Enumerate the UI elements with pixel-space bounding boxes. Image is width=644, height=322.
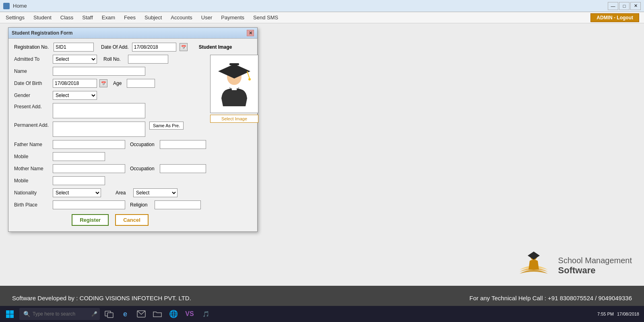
birth-place-label: Birth Place [14, 202, 50, 208]
svg-rect-2 [229, 63, 239, 65]
menu-item-class[interactable]: Class [56, 13, 78, 22]
svg-point-4 [248, 78, 251, 80]
registration-no-label: Registration No. [14, 44, 50, 50]
taskbar-app-mail[interactable] [134, 307, 149, 321]
menu-item-subject[interactable]: Subject [140, 13, 166, 22]
name-label: Name [14, 68, 50, 74]
taskbar-app-extra[interactable]: 🎵 [198, 307, 213, 321]
roll-no-input[interactable] [128, 55, 168, 64]
age-input[interactable] [127, 79, 155, 88]
registration-no-input[interactable] [54, 43, 94, 52]
mother-mobile-label: Mobile [14, 178, 50, 184]
father-name-label: Father Name [14, 142, 50, 147]
dialog-title-bar: Student Registration Form ✕ [8, 28, 257, 39]
same-as-pre-button[interactable]: Same As Pre. [149, 122, 184, 130]
taskbar-app-folder[interactable] [150, 307, 165, 321]
religion-label: Religion [130, 202, 152, 208]
date-of-add-label: Date Of Add. [101, 44, 129, 50]
taskbar-date: 17/08/2018 [617, 312, 639, 316]
menu-item-exam[interactable]: Exam [98, 13, 119, 22]
date-of-add-input[interactable] [132, 43, 176, 52]
taskbar-app-vs[interactable]: VS [182, 307, 197, 321]
title-bar: Home — □ ✕ [0, 0, 644, 12]
footer-left-text: Software Developed by : CODING VISIONS I… [12, 295, 191, 301]
student-image-label: Student Image [199, 44, 232, 50]
menu-item-student[interactable]: Student [29, 13, 56, 22]
occupation-label: Occupation [130, 142, 157, 147]
menu-bar: SettingsStudentClassStaffExamFeesSubject… [0, 12, 644, 23]
area-select[interactable]: Select [133, 188, 178, 197]
taskbar-app-chrome[interactable]: 🌐 [166, 307, 181, 321]
search-input[interactable] [33, 311, 89, 317]
dialog-title: Student Registration Form [12, 30, 72, 36]
register-button[interactable]: Register [72, 214, 109, 226]
name-input[interactable] [53, 67, 145, 76]
religion-input[interactable] [155, 200, 201, 209]
app-title: Home [13, 3, 27, 9]
menu-item-send-sms[interactable]: Send SMS [249, 13, 282, 22]
gender-select[interactable]: Select [53, 91, 97, 100]
admin-logout-button[interactable]: ADMIN - Logout [590, 13, 639, 22]
menu-item-fees[interactable]: Fees [120, 13, 140, 22]
branding-area: School Management Software [516, 250, 632, 282]
present-add-input[interactable] [53, 103, 145, 118]
main-area: Student Registration Form ✕ Registration… [0, 23, 644, 286]
mother-occupation-label: Occupation [130, 166, 157, 171]
dialog-close-button[interactable]: ✕ [247, 30, 254, 36]
search-box[interactable]: 🔍 🎤 [19, 308, 100, 320]
mother-name-input[interactable] [53, 164, 125, 173]
nationality-select[interactable]: Select [53, 188, 101, 197]
menu-item-payments[interactable]: Payments [217, 13, 248, 22]
search-icon: 🔍 [23, 311, 30, 317]
svg-rect-9 [10, 310, 14, 314]
menu-item-user[interactable]: User [197, 13, 216, 22]
menu-item-accounts[interactable]: Accounts [167, 13, 196, 22]
svg-marker-7 [528, 252, 540, 260]
permanent-add-label: Permanent Add. [14, 122, 50, 128]
admitted-to-label: Admitted To [14, 56, 50, 62]
cancel-button[interactable]: Cancel [115, 214, 149, 226]
roll-no-label: Roll No. [103, 56, 126, 62]
svg-rect-8 [6, 310, 10, 314]
branding-line2: Software [558, 265, 632, 276]
menu-item-settings[interactable]: Settings [2, 13, 29, 22]
maximize-button[interactable]: □ [619, 2, 630, 10]
father-name-input[interactable] [53, 140, 125, 149]
start-button[interactable] [2, 307, 18, 321]
select-image-button[interactable]: Select Image [210, 115, 258, 123]
footer-right-text: For any Technical Help Call : +91 830807… [469, 295, 632, 301]
close-button[interactable]: ✕ [630, 2, 641, 10]
dob-label: Date Of Birth [14, 80, 50, 86]
svg-rect-10 [6, 314, 10, 318]
app-icon [3, 3, 10, 9]
date-of-add-icon[interactable]: 📅 [180, 43, 188, 51]
minimize-button[interactable]: — [608, 2, 618, 10]
svg-marker-1 [218, 64, 250, 78]
birth-place-input[interactable] [53, 200, 125, 209]
dob-icon[interactable]: 📅 [99, 79, 107, 87]
mother-mobile-input[interactable] [53, 176, 105, 185]
taskbar-time: 7:55 PM [597, 312, 614, 316]
nationality-label: Nationality [14, 190, 50, 196]
mother-occupation-input[interactable] [160, 164, 206, 173]
area-label: Area [116, 190, 131, 196]
student-image-box [210, 55, 258, 113]
student-registration-dialog: Student Registration Form ✕ Registration… [8, 27, 258, 232]
present-add-label: Present Add. [14, 103, 50, 109]
svg-rect-13 [107, 313, 113, 318]
taskbar: 🔍 🎤 e 🌐 VS 🎵 7:55 PM 17/08/2018 [0, 306, 644, 322]
mobile-label: Mobile [14, 154, 50, 159]
branding-line1: School Management [558, 256, 632, 265]
permanent-add-input[interactable] [53, 122, 145, 137]
branding-text: School Management Software [558, 256, 632, 276]
taskbar-app-edge[interactable]: e [118, 307, 133, 321]
menu-item-staff[interactable]: Staff [78, 13, 97, 22]
dob-input[interactable] [53, 79, 97, 88]
admitted-to-select[interactable]: Select [53, 55, 97, 64]
gender-label: Gender [14, 93, 50, 98]
svg-rect-11 [10, 314, 14, 318]
occupation-input[interactable] [160, 140, 206, 149]
branding-logo [516, 250, 552, 282]
mobile-input[interactable] [53, 152, 105, 161]
taskbar-app-multiwindow[interactable] [101, 307, 117, 321]
